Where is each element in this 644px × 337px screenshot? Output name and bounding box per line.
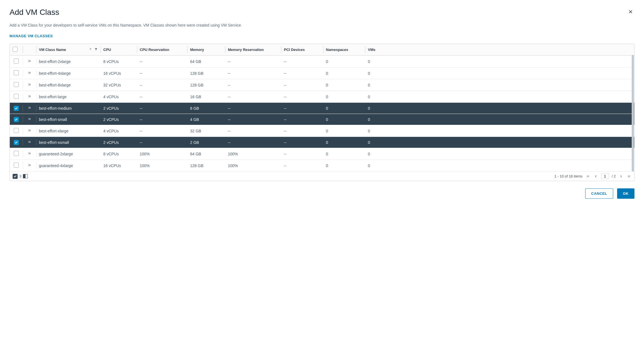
modal-description: Add a VM Class for your developers to se…	[10, 23, 634, 27]
selected-count: 3	[19, 174, 21, 178]
close-icon	[628, 9, 633, 15]
header-memory[interactable]: Memory	[187, 44, 225, 56]
cell-vms: 0	[368, 59, 370, 64]
table-row[interactable]: best-effort-xlarge4 vCPUs--32 GB----00	[10, 125, 634, 137]
row-checkbox[interactable]	[14, 106, 19, 111]
expand-row-icon[interactable]	[27, 152, 32, 156]
cell-vms: 0	[368, 152, 370, 156]
cell-namespaces: 0	[326, 117, 328, 122]
cell-pci: --	[284, 129, 286, 133]
select-all-checkbox[interactable]	[13, 47, 18, 52]
close-button[interactable]	[627, 8, 634, 17]
cell-vms: 0	[368, 163, 370, 168]
cell-name: best-effort-xlarge	[39, 129, 69, 133]
cell-cpu: 2 vCPUs	[103, 140, 119, 145]
expand-row-icon[interactable]	[27, 141, 32, 145]
column-toggle-icon[interactable]	[23, 174, 28, 178]
expand-row-icon[interactable]	[27, 71, 32, 76]
row-checkbox[interactable]	[14, 140, 19, 145]
cancel-button[interactable]: CANCEL	[585, 188, 613, 199]
table-row[interactable]: best-effort-medium2 vCPUs--8 GB----00	[10, 103, 634, 114]
last-page-button[interactable]	[626, 174, 631, 179]
header-select-all[interactable]	[10, 44, 23, 56]
header-cpu[interactable]: CPU	[101, 44, 137, 56]
cell-name: guaranteed-2xlarge	[39, 152, 73, 156]
header-pci-devices[interactable]: PCI Devices	[281, 44, 323, 56]
table-row[interactable]: best-effort-large4 vCPUs--16 GB----00	[10, 91, 634, 103]
ok-button[interactable]: OK	[617, 188, 635, 199]
cell-name: best-effort-8xlarge	[39, 83, 71, 87]
table-row[interactable]: best-effort-4xlarge16 vCPUs--128 GB----0…	[10, 67, 634, 79]
table-row[interactable]: best-effort-small2 vCPUs--4 GB----00	[10, 114, 634, 125]
header-vms[interactable]: VMs	[365, 44, 634, 56]
row-checkbox[interactable]	[14, 117, 19, 122]
cell-pci: --	[284, 163, 286, 168]
cell-name: guaranteed-4xlarge	[39, 163, 73, 168]
table-row[interactable]: best-effort-2xlarge8 vCPUs--64 GB----00	[10, 56, 634, 67]
header-cpu-reservation[interactable]: CPU Reservation	[137, 44, 187, 56]
cell-namespaces: 0	[326, 152, 328, 156]
chevron-left-icon	[594, 174, 598, 178]
cell-namespaces: 0	[326, 83, 328, 87]
cell-memory-reservation: --	[228, 83, 230, 87]
row-checkbox[interactable]	[14, 82, 19, 87]
table-row[interactable]: best-effort-xsmall2 vCPUs--2 GB----00	[10, 137, 634, 148]
expand-row-icon[interactable]	[27, 60, 32, 64]
cell-cpu-reservation: --	[140, 59, 142, 64]
expand-row-icon[interactable]	[27, 164, 32, 168]
cell-cpu-reservation: --	[140, 71, 142, 76]
expand-row-icon[interactable]	[27, 95, 32, 99]
row-checkbox[interactable]	[14, 151, 19, 156]
expand-row-icon[interactable]	[27, 129, 32, 134]
selection-indicator[interactable]	[13, 174, 18, 179]
cell-memory-reservation: --	[228, 117, 230, 122]
cell-pci: --	[284, 140, 286, 145]
cell-namespaces: 0	[326, 95, 328, 99]
cell-name: best-effort-medium	[39, 106, 72, 111]
chevron-right-icon	[619, 174, 623, 178]
row-checkbox[interactable]	[14, 163, 19, 168]
cell-cpu-reservation: --	[140, 95, 142, 99]
header-memory-reservation[interactable]: Memory Reservation	[225, 44, 281, 56]
cell-pci: --	[284, 152, 286, 156]
cell-memory-reservation: --	[228, 106, 230, 111]
cell-cpu-reservation: --	[140, 117, 142, 122]
expand-row-icon[interactable]	[27, 106, 32, 111]
cell-cpu-reservation: --	[140, 129, 142, 133]
scrollbar[interactable]	[632, 55, 634, 172]
cell-cpu: 16 vCPUs	[103, 163, 121, 168]
header-namespaces[interactable]: Namespaces	[323, 44, 365, 56]
first-page-button[interactable]	[585, 174, 591, 179]
next-page-button[interactable]	[619, 174, 624, 179]
cell-vms: 0	[368, 83, 370, 87]
manage-vm-classes-link[interactable]: MANAGE VM CLASSES	[10, 34, 53, 38]
cell-cpu: 2 vCPUs	[103, 117, 119, 122]
cell-memory: 8 GB	[190, 106, 199, 111]
header-name[interactable]: VM Class Name	[36, 44, 101, 56]
row-checkbox[interactable]	[14, 128, 19, 133]
prev-page-button[interactable]	[593, 174, 598, 179]
expand-row-icon[interactable]	[27, 118, 32, 122]
first-page-icon	[586, 174, 590, 178]
table-row[interactable]: guaranteed-2xlarge8 vCPUs100%64 GB100%--…	[10, 148, 634, 160]
table-row[interactable]: best-effort-8xlarge32 vCPUs--128 GB----0…	[10, 79, 634, 91]
filter-icon[interactable]	[94, 48, 98, 51]
cell-namespaces: 0	[326, 129, 328, 133]
cell-pci: --	[284, 71, 286, 76]
cell-cpu: 8 vCPUs	[103, 59, 119, 64]
total-pages: / 2	[612, 174, 616, 178]
page-input[interactable]	[601, 173, 609, 179]
sort-asc-icon[interactable]	[89, 48, 92, 51]
pagination-range: 1 - 10 of 16 items	[554, 174, 582, 178]
cell-cpu: 4 vCPUs	[103, 95, 119, 99]
cell-cpu-reservation: --	[140, 106, 142, 111]
row-checkbox[interactable]	[14, 70, 19, 75]
row-checkbox[interactable]	[14, 94, 19, 99]
cell-memory: 32 GB	[190, 129, 201, 133]
expand-row-icon[interactable]	[27, 83, 32, 88]
row-checkbox[interactable]	[14, 58, 19, 64]
cell-memory: 64 GB	[190, 59, 201, 64]
cell-memory-reservation: --	[228, 71, 230, 76]
cell-name: best-effort-2xlarge	[39, 59, 71, 64]
table-row[interactable]: guaranteed-4xlarge16 vCPUs100%128 GB100%…	[10, 160, 634, 172]
